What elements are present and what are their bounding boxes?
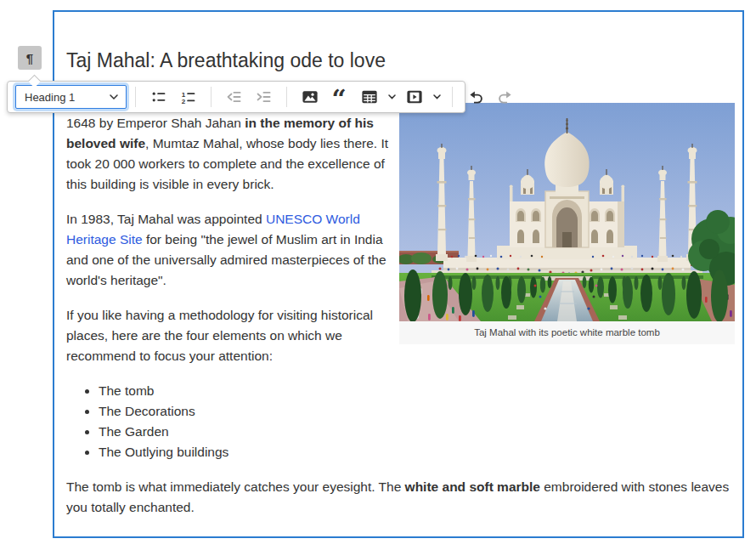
paragraph-1[interactable]: 1648 by Emperor Shah Jahan in the memory…: [66, 113, 392, 195]
table-icon: [361, 88, 378, 105]
insert-media-button[interactable]: [400, 85, 428, 109]
block-quote-button[interactable]: “: [325, 85, 353, 109]
image-caption[interactable]: Taj Mahal with its poetic white marble t…: [399, 321, 735, 344]
paragraph-block-toolbar-button[interactable]: ¶: [18, 46, 42, 70]
p1-text: 1648 by Emperor Shah Jahan: [66, 116, 245, 130]
heading-dropdown-label: Heading 1: [25, 91, 75, 104]
toolbar-separator: [452, 87, 453, 107]
media-embed-icon: [406, 88, 423, 105]
numbered-list-icon: 12: [180, 88, 197, 105]
list-item[interactable]: The Decorations: [99, 401, 392, 422]
paragraph-4[interactable]: The tomb is what immediately catches you…: [66, 477, 735, 518]
p4-text: The tomb is what immediately catches you…: [66, 479, 405, 494]
insert-table-button[interactable]: [355, 85, 383, 109]
toolbar-separator: [211, 87, 212, 107]
outdent-icon: [226, 88, 243, 105]
text-column: 1648 by Emperor Shah Jahan in the memory…: [66, 113, 392, 462]
page-canvas: Taj Mahal: A breathtaking ode to love: [0, 0, 756, 550]
bulleted-list-button[interactable]: [144, 85, 172, 109]
numbered-list-button[interactable]: 12: [174, 85, 202, 109]
p2-text: In 1983, Taj Mahal was appointed: [66, 212, 266, 226]
heading-dropdown[interactable]: Heading 1: [15, 85, 127, 109]
media-dropdown-arrow[interactable]: [430, 85, 443, 109]
outdent-button[interactable]: [220, 85, 248, 109]
chevron-down-icon: [110, 94, 118, 99]
image-icon: [302, 88, 319, 105]
taj-mahal-photo: [399, 103, 735, 321]
insert-image-button[interactable]: [296, 85, 324, 109]
svg-text:“: “: [331, 88, 346, 105]
document-heading[interactable]: Taj Mahal: A breathtaking ode to love: [66, 49, 735, 71]
block-quote-icon: “: [331, 88, 348, 105]
indent-icon: [256, 88, 273, 105]
editor-balloon-toolbar: Heading 1 12 “: [7, 81, 465, 113]
list-item[interactable]: The Garden: [99, 422, 392, 442]
chevron-down-icon: [433, 94, 441, 99]
redo-button[interactable]: [491, 85, 519, 109]
table-dropdown-arrow[interactable]: [385, 85, 398, 109]
paragraph-3[interactable]: If you like having a methodology for vis…: [66, 305, 392, 366]
toolbar-separator: [135, 87, 136, 107]
list-item[interactable]: The tomb: [99, 381, 392, 401]
undo-icon: [467, 88, 484, 105]
indent-button[interactable]: [250, 85, 278, 109]
p4-bold: white and soft marble: [405, 479, 540, 494]
toolbar-separator: [286, 87, 287, 107]
chevron-down-icon: [388, 94, 396, 99]
list-item[interactable]: The Outlying buildings: [99, 442, 392, 462]
redo-icon: [497, 88, 514, 105]
svg-text:2: 2: [181, 98, 185, 105]
bulleted-list-icon: [150, 88, 167, 105]
undo-button[interactable]: [461, 85, 489, 109]
paragraph-2[interactable]: In 1983, Taj Mahal was appointed UNESCO …: [66, 209, 392, 291]
image-widget[interactable]: Taj Mahal with its poetic white marble t…: [399, 103, 735, 344]
bulleted-list: The tomb The Decorations The Garden The …: [66, 381, 392, 462]
